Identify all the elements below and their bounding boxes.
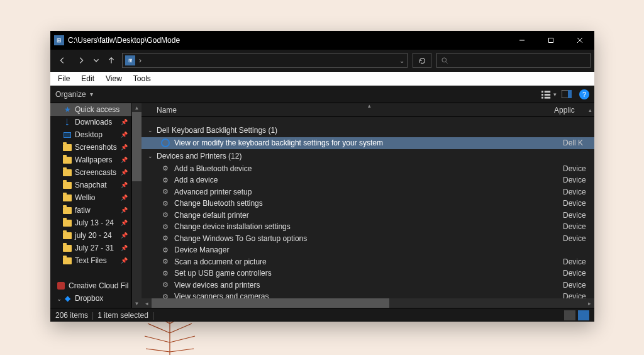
group-label: Devices and Printers (12)	[157, 152, 242, 161]
list-item[interactable]: ⚙Change device installation settingsDevi…	[142, 221, 594, 233]
sidebar-item[interactable]: Desktop📌	[50, 128, 131, 141]
item-label: View or modify the keyboard backlight se…	[174, 138, 563, 147]
menu-tools[interactable]: Tools	[128, 73, 156, 84]
up-button[interactable]	[103, 52, 119, 69]
list-item[interactable]: View or modify the keyboard backlight se…	[142, 137, 594, 149]
menu-edit[interactable]: Edit	[76, 73, 99, 84]
address-dropdown-icon[interactable]: ⌄	[399, 57, 404, 64]
item-application: Device	[563, 269, 594, 278]
sidebar-item[interactable]: fatiw📌	[50, 204, 131, 217]
svg-rect-7	[545, 91, 550, 93]
desktop-icon	[63, 130, 72, 139]
back-button[interactable]	[54, 52, 70, 69]
svg-line-5	[446, 62, 447, 63]
view-layout-button[interactable]: ▾	[541, 88, 557, 101]
pin-icon: 📌	[118, 245, 128, 251]
sidebar-item[interactable]: Screencasts📌	[50, 166, 131, 179]
folder-icon	[63, 193, 72, 202]
pin-icon: 📌	[118, 157, 128, 163]
close-button[interactable]	[565, 31, 594, 50]
sidebar-scrollbar[interactable]: ▲ ▼	[132, 103, 142, 308]
download-icon: ⭣	[63, 118, 72, 127]
list-item[interactable]: ⚙Add a deviceDevice	[142, 174, 594, 186]
list-item[interactable]: ⚙Scan a document or pictureDevice	[142, 256, 594, 268]
sidebar-item[interactable]: ⭣Downloads📌	[50, 116, 131, 128]
list-item[interactable]: ⚙Change default printerDevice	[142, 210, 594, 222]
list-item[interactable]: ⚙Change Bluetooth settingsDevice	[142, 198, 594, 210]
sidebar-creativecloud[interactable]: Creative Cloud Fil	[50, 279, 131, 292]
thumbnails-layout-button[interactable]	[578, 310, 589, 320]
sidebar-dropbox[interactable]: ⌄◆Dropbox	[50, 292, 131, 305]
svg-rect-11	[545, 96, 550, 98]
item-label: Add a Bluetooth device	[174, 164, 563, 173]
sidebar-item[interactable]: Wellio📌	[50, 191, 131, 204]
search-icon	[441, 57, 448, 64]
column-header[interactable]: ▴ Name Applic ▴	[142, 103, 594, 117]
device-icon: ⚙	[160, 210, 170, 220]
list-item[interactable]: ⚙Advanced printer setupDevice	[142, 186, 594, 198]
folder-icon	[63, 256, 72, 265]
folder-icon	[63, 155, 72, 164]
sidebar-item[interactable]: Text Files📌	[50, 254, 131, 267]
pin-icon: 📌	[118, 257, 128, 264]
help-button[interactable]: ?	[579, 89, 589, 99]
titlebar[interactable]: ⊞ C:\Users\fatiw\Desktop\GodMode	[50, 31, 594, 50]
device-icon: ⚙	[160, 268, 170, 278]
sidebar-item[interactable]: Screenshots📌	[50, 141, 131, 154]
refresh-button[interactable]	[413, 53, 431, 68]
dropbox-icon: ◆	[63, 294, 72, 303]
sidebar-item-label: Wellio	[75, 193, 95, 202]
recent-dropdown[interactable]	[92, 52, 101, 69]
sidebar-item[interactable]: july 20 - 24📌	[50, 229, 131, 242]
sidebar-item[interactable]: July 27 - 31📌	[50, 242, 131, 254]
sidebar-item[interactable]: Snapchat📌	[50, 179, 131, 191]
device-icon: ⚙	[160, 187, 170, 197]
sidebar-item[interactable]: July 13 - 24📌	[50, 217, 131, 229]
sidebar-quick-access[interactable]: ★Quick access	[50, 103, 131, 116]
sidebar-item-label: fatiw	[75, 206, 91, 215]
sidebar-item-label: Text Files	[75, 256, 107, 265]
group-header[interactable]: ⌄Devices and Printers (12)	[142, 149, 594, 163]
folder-icon	[63, 244, 72, 252]
organize-button[interactable]: Organize	[55, 90, 93, 99]
horizontal-scrollbar[interactable]: ◂ ▸	[142, 298, 594, 308]
sidebar-item-label: Downloads	[75, 118, 112, 127]
dell-icon	[160, 138, 170, 148]
search-input[interactable]	[436, 53, 591, 68]
list-item[interactable]: ⚙Device Manager	[142, 244, 594, 256]
group-header[interactable]: ⌄Dell Keyboard Backlight Settings (1)	[142, 123, 594, 137]
maximize-button[interactable]	[536, 31, 565, 50]
item-application: Device	[563, 176, 594, 184]
list-item[interactable]: ⚙Set up USB game controllersDevice	[142, 268, 594, 279]
sidebar-item[interactable]: Wallpapers📌	[50, 154, 131, 166]
preview-pane-button[interactable]	[559, 88, 574, 101]
menu-file[interactable]: File	[53, 73, 75, 84]
sidebar-item-label: Creative Cloud Fil	[69, 281, 128, 290]
details-layout-button[interactable]	[564, 310, 575, 320]
list-item[interactable]: ⚙View devices and printersDevice	[142, 279, 594, 291]
forward-button[interactable]	[73, 52, 89, 69]
svg-rect-9	[545, 94, 550, 96]
list-item[interactable]: ⚙Add a Bluetooth deviceDevice	[142, 163, 594, 175]
folder-icon	[63, 231, 72, 240]
item-application: Device	[563, 199, 594, 208]
folder-icon	[63, 181, 72, 189]
svg-rect-6	[541, 91, 543, 93]
sidebar-item-label: July 27 - 31	[75, 244, 114, 252]
list-item[interactable]: ⚙View scanners and camerasDevice	[142, 291, 594, 298]
minimize-button[interactable]	[508, 31, 536, 50]
menubar: FileEditViewTools	[50, 72, 594, 86]
item-application: Device	[563, 188, 594, 196]
address-bar[interactable]: ⊞ › ⌄	[122, 53, 408, 68]
expand-icon: ⌄	[57, 295, 63, 302]
column-name[interactable]: Name	[157, 106, 554, 115]
column-application[interactable]: Applic	[554, 106, 586, 115]
creative-cloud-icon	[57, 281, 65, 290]
device-icon: ⚙	[160, 257, 170, 267]
chevron-down-icon: ⌄	[148, 127, 153, 133]
list-item[interactable]: ⚙Change Windows To Go startup optionsDev…	[142, 233, 594, 245]
device-icon: ⚙	[160, 198, 170, 208]
menu-view[interactable]: View	[101, 73, 127, 84]
status-selected: 1 item selected	[97, 311, 148, 320]
statusbar: 206 items | 1 item selected |	[50, 308, 594, 322]
